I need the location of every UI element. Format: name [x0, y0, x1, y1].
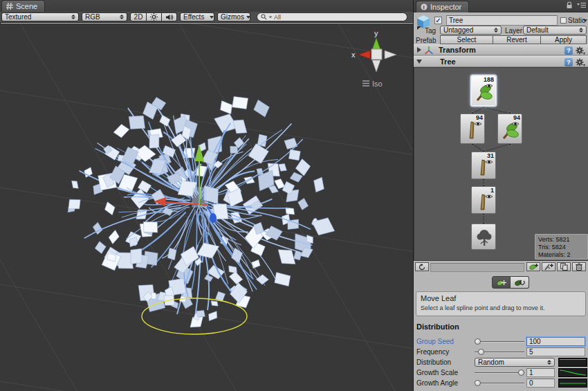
- group-seed-row: Group Seed 100: [414, 337, 588, 346]
- x-axis-cone[interactable]: [358, 51, 370, 59]
- projection-label[interactable]: Iso: [372, 80, 383, 88]
- duplicate-icon: [560, 263, 568, 271]
- context-menu-icon[interactable]: [577, 2, 586, 8]
- render-channels-dropdown[interactable]: RGB: [82, 12, 127, 21]
- slider-handle[interactable]: [478, 349, 484, 355]
- static-checkbox[interactable]: [560, 17, 567, 24]
- leaf-tool-toggle-group: [492, 276, 529, 289]
- transform-axes-icon: [424, 46, 434, 55]
- tree-node-branch-group[interactable]: 1: [471, 186, 496, 214]
- tree-hierarchy-editor[interactable]: 188 94: [414, 67, 588, 261]
- tab-scene[interactable]: Scene: [1, 0, 45, 12]
- tab-inspector[interactable]: i Inspector: [416, 1, 469, 12]
- visibility-eye-icon[interactable]: [474, 121, 482, 127]
- node-count-badge: 1: [490, 187, 494, 194]
- growth-scale-curve-preview[interactable]: [558, 368, 587, 377]
- transform-component-header[interactable]: Transform ?: [414, 44, 588, 55]
- prefab-revert-button[interactable]: Revert: [493, 35, 541, 44]
- tree-node-branch-group[interactable]: 94: [460, 113, 485, 144]
- slider-handle[interactable]: [518, 370, 524, 376]
- scene-viewport[interactable]: y x Iso: [0, 24, 413, 391]
- slider-handle[interactable]: [475, 380, 481, 386]
- scene-audio-button[interactable]: [162, 12, 177, 21]
- help-icon[interactable]: ?: [564, 46, 573, 55]
- sun-icon: [150, 13, 158, 21]
- distribution-curve-preview[interactable]: [558, 358, 587, 367]
- visibility-eye-icon[interactable]: [511, 121, 520, 127]
- inspector-panel: i Inspector ✓ Tree: [413, 0, 588, 391]
- gear-icon[interactable]: [576, 58, 585, 66]
- svg-text:i: i: [423, 4, 425, 10]
- move-leaf-tool-button[interactable]: [492, 276, 511, 289]
- scene-search-input[interactable]: All: [257, 12, 407, 21]
- tree-node-branch-group[interactable]: 31: [471, 152, 496, 179]
- frequency-slider[interactable]: [475, 347, 524, 356]
- growth-angle-row: Growth Angle 0: [414, 379, 588, 388]
- tree-node-leaf-group[interactable]: 94: [497, 113, 522, 144]
- view-cube[interactable]: [371, 49, 382, 60]
- foldout-collapsed-icon[interactable]: [417, 47, 421, 53]
- down-axis-cone[interactable]: [372, 60, 380, 72]
- lock-icon[interactable]: [566, 1, 573, 9]
- delete-node-button[interactable]: [572, 262, 586, 271]
- gizmos-dropdown[interactable]: Gizmos: [217, 12, 250, 21]
- duplicate-node-button[interactable]: [557, 262, 571, 271]
- static-dropdown-icon[interactable]: [583, 19, 587, 22]
- visibility-eye-icon[interactable]: [485, 194, 493, 199]
- frequency-field[interactable]: 5: [526, 347, 585, 356]
- group-seed-slider[interactable]: [475, 337, 524, 346]
- growth-scale-field[interactable]: 1: [526, 368, 555, 377]
- prefab-apply-button[interactable]: Apply: [540, 35, 587, 44]
- scene-grid-icon: [6, 3, 13, 10]
- view-orientation-gizmo[interactable]: y x Iso: [351, 29, 396, 88]
- help-icon[interactable]: ?: [564, 58, 573, 66]
- tree-editor-toolbar: [414, 262, 588, 272]
- distribution-dropdown[interactable]: Random: [475, 358, 555, 367]
- tag-dropdown[interactable]: Untagged: [440, 26, 502, 35]
- node-count-badge: 31: [487, 152, 494, 159]
- search-icon: [261, 14, 267, 20]
- tree-node-leaf-group[interactable]: 188: [471, 75, 496, 106]
- shading-mode-dropdown[interactable]: Textured: [1, 12, 79, 21]
- growth-angle-curve-preview[interactable]: [558, 379, 587, 388]
- tree-root-icon: [475, 227, 494, 248]
- add-leaf-group-button[interactable]: [526, 262, 540, 271]
- tree-node-root[interactable]: [471, 224, 496, 250]
- y-axis-cone[interactable]: [372, 38, 380, 50]
- right-axis-cone[interactable]: [385, 51, 396, 59]
- prefab-label: Prefab: [416, 37, 436, 44]
- toggle-2d-button[interactable]: 2D: [130, 12, 147, 21]
- tree-component-header[interactable]: Tree ?: [414, 56, 588, 67]
- frequency-label: Frequency: [416, 348, 449, 356]
- rotate-leaf-tool-button[interactable]: [511, 276, 529, 289]
- add-branch-group-button[interactable]: [542, 262, 555, 271]
- speaker-icon: [165, 14, 174, 21]
- foldout-expanded-icon[interactable]: [416, 60, 422, 64]
- group-seed-field[interactable]: 100: [526, 337, 585, 346]
- prefab-select-button[interactable]: Select: [440, 35, 493, 44]
- layer-dropdown[interactable]: Default: [523, 26, 587, 35]
- visibility-eye-icon[interactable]: [485, 159, 493, 165]
- tool-help-box: Move Leaf Select a leaf spline point and…: [416, 291, 586, 316]
- refresh-button[interactable]: [415, 262, 429, 271]
- growth-scale-slider[interactable]: [475, 368, 524, 377]
- toolbar-spacer-field: [430, 263, 524, 272]
- frequency-row: Frequency 5: [414, 347, 588, 356]
- scene-lighting-button[interactable]: [147, 12, 162, 21]
- effects-dropdown[interactable]: Effects: [180, 12, 214, 21]
- gear-icon[interactable]: [576, 46, 585, 55]
- tool-help-description: Select a leaf spline point and drag to m…: [421, 304, 581, 311]
- group-seed-label: Group Seed: [416, 338, 454, 345]
- slider-handle[interactable]: [475, 338, 481, 345]
- inspector-info-icon: i: [421, 3, 428, 10]
- growth-angle-field[interactable]: 0: [526, 379, 555, 388]
- gameobject-name-field[interactable]: Tree: [446, 15, 558, 26]
- updown-arrows-icon: [71, 15, 75, 19]
- visibility-eye-icon[interactable]: [485, 83, 493, 89]
- iso-menu-icon: [362, 81, 369, 86]
- scene-tabbar: Scene: [0, 0, 413, 12]
- growth-angle-slider[interactable]: [475, 379, 524, 388]
- node-count-badge: 188: [484, 76, 494, 83]
- active-checkbox[interactable]: ✓: [434, 17, 442, 24]
- add-leaf-icon: [529, 263, 538, 271]
